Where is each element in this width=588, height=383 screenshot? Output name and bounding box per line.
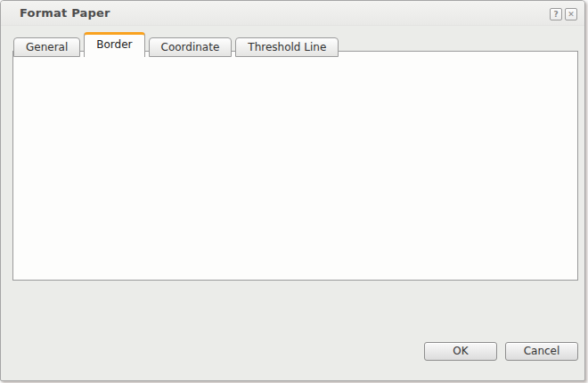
close-icon[interactable]: ✕: [565, 8, 577, 20]
cancel-button[interactable]: Cancel: [505, 342, 578, 361]
tab-coordinate[interactable]: Coordinate: [149, 37, 233, 57]
format-paper-dialog: Format Paper ? ✕ General Border Coordina…: [0, 0, 585, 381]
tab-threshold-line[interactable]: Threshold Line: [235, 37, 339, 57]
border-tab-panel: [12, 51, 578, 281]
screen: Format Paper ? ✕ General Border Coordina…: [0, 0, 588, 383]
dialog-title: Format Paper: [20, 1, 110, 26]
tab-bar: General Border Coordinate Threshold Line: [13, 32, 342, 57]
help-icon[interactable]: ?: [550, 8, 562, 20]
ok-button[interactable]: OK: [424, 342, 497, 361]
dialog-titlebar: Format Paper ? ✕: [1, 1, 584, 26]
tab-border[interactable]: Border: [84, 32, 144, 57]
tab-general[interactable]: General: [13, 37, 80, 57]
